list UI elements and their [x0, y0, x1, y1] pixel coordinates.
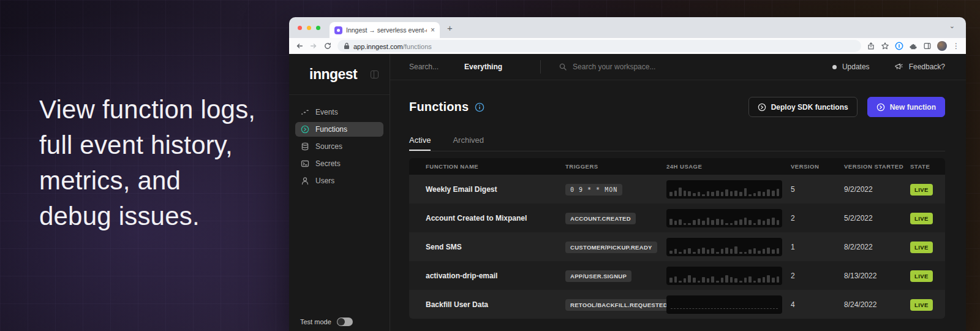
topbar-actions: Updates Feedback? — [832, 63, 945, 71]
workspace-search-input[interactable] — [573, 63, 732, 71]
tab-active[interactable]: Active — [409, 135, 431, 151]
usage-sparkline — [666, 267, 782, 285]
table-row[interactable]: Backfill User Data RETOOL/BACKFILL.REQUE… — [409, 290, 945, 319]
sidebar-item-events[interactable]: Events — [295, 105, 383, 120]
new-tab-button[interactable]: + — [447, 23, 453, 33]
sidebar-item-label: Events — [315, 108, 338, 116]
browser-tab[interactable]: Inngest → serverless event-dri × — [330, 22, 440, 38]
marketing-banner: View function logs, full event history, … — [0, 0, 980, 331]
hero-line: View function logs, — [39, 92, 255, 127]
reload-icon[interactable] — [323, 42, 332, 50]
sidebar-nav: Events Functions Sources — [289, 95, 390, 188]
browser-window: Inngest → serverless event-dri × + ⌄ app… — [289, 17, 966, 331]
version-value: 2 — [791, 272, 844, 280]
sidebar-item-sources[interactable]: Sources — [295, 139, 383, 154]
minimize-window-button[interactable] — [307, 26, 311, 30]
sidebar-item-functions[interactable]: Functions — [295, 122, 383, 137]
table-row[interactable]: Account Created to Mixpanel ACCOUNT.CREA… — [409, 204, 945, 232]
test-mode-label: Test mode — [300, 318, 331, 325]
share-icon[interactable] — [867, 42, 875, 50]
inngest-logo: inngest — [309, 66, 357, 83]
state-badge: LIVE — [910, 213, 933, 224]
page-header: Functions Deploy SDK functions New funct… — [409, 97, 945, 117]
inngest-favicon-icon — [334, 26, 342, 34]
forward-icon[interactable] — [309, 42, 318, 50]
state-badge: LIVE — [910, 299, 933, 311]
col-function-name: FUNCTION NAME — [409, 163, 565, 170]
trigger-badge: APP/USER.SIGNUP — [565, 270, 631, 282]
topbar-divider — [540, 60, 541, 74]
megaphone-icon — [894, 63, 903, 71]
url-path: /functions — [403, 43, 432, 50]
tab-archived[interactable]: Archived — [453, 135, 484, 151]
maximize-window-button[interactable] — [316, 26, 320, 30]
hero-line: metrics, and — [39, 163, 255, 199]
function-name: Account Created to Mixpanel — [409, 214, 565, 223]
usage-sparkline — [666, 209, 782, 227]
back-icon[interactable] — [295, 42, 304, 50]
search-shortcut[interactable]: Search... — [409, 63, 439, 71]
test-mode-toggle[interactable] — [337, 318, 353, 326]
url-domain: app.inngest.com — [353, 43, 403, 50]
tab-close-icon[interactable]: × — [431, 26, 435, 34]
table-header-row: FUNCTION NAME TRIGGERS 24H USAGE VERSION… — [409, 158, 945, 175]
hero-line: debug issues. — [39, 199, 255, 234]
functions-icon — [301, 125, 309, 134]
tab-search-chevron-icon[interactable]: ⌄ — [949, 22, 955, 30]
browser-tab-strip: Inngest → serverless event-dri × + ⌄ — [289, 17, 966, 38]
browser-menu-icon[interactable]: ⋮ — [952, 42, 960, 50]
updates-link[interactable]: Updates — [842, 63, 870, 71]
table-row[interactable]: Weekly Email Digest 0 9 * * MON 5 9/2/20… — [409, 175, 945, 204]
table-row[interactable]: activation-drip-email APP/USER.SIGNUP 2 … — [409, 261, 945, 290]
col-triggers: TRIGGERS — [565, 163, 666, 170]
page-title: Functions — [409, 100, 469, 114]
table-row[interactable]: Send SMS CUSTOMER/PICKUP.READY 1 8/2/202… — [409, 232, 945, 261]
version-started-value: 5/2/2022 — [844, 214, 910, 223]
function-tabs: Active Archived — [409, 135, 945, 151]
state-badge: LIVE — [910, 242, 933, 253]
col-24h-usage: 24H USAGE — [666, 163, 791, 170]
trigger-badge: RETOOL/BACKFILL.REQUESTED — [565, 299, 673, 311]
deploy-sdk-functions-button[interactable]: Deploy SDK functions — [748, 97, 858, 117]
hero-text: View function logs, full event history, … — [39, 92, 255, 234]
side-panel-icon[interactable] — [923, 42, 932, 50]
search-scope-everything[interactable]: Everything — [464, 63, 502, 71]
state-badge: LIVE — [910, 270, 933, 282]
functions-table: FUNCTION NAME TRIGGERS 24H USAGE VERSION… — [409, 158, 945, 319]
extensions-puzzle-icon[interactable] — [909, 42, 918, 50]
version-value: 4 — [791, 300, 844, 309]
inngest-app: inngest Events Functions — [289, 54, 966, 331]
state-badge: LIVE — [910, 184, 933, 196]
browser-toolbar: app.inngest.com/functions ⋮ — [289, 38, 966, 54]
sidebar-item-label: Secrets — [315, 159, 341, 168]
bookmark-star-icon[interactable] — [881, 42, 889, 50]
updates-dot-icon — [832, 65, 837, 69]
sidebar-item-secrets[interactable]: Secrets — [295, 156, 383, 171]
feedback-link[interactable]: Feedback? — [909, 63, 945, 71]
onepassword-extension-icon[interactable] — [895, 42, 903, 50]
tab-title: Inngest → serverless event-dri — [346, 26, 427, 34]
sidebar-item-label: Functions — [315, 125, 347, 134]
workspace-search[interactable] — [559, 63, 824, 71]
new-function-icon — [876, 103, 885, 112]
sidebar-header: inngest — [289, 54, 390, 95]
hero-line: full event history, — [39, 127, 255, 163]
traffic-lights — [298, 26, 320, 30]
version-value: 1 — [791, 243, 844, 251]
col-version: VERSION — [791, 163, 844, 170]
sidebar-item-users[interactable]: Users — [295, 173, 383, 188]
url-bar[interactable]: app.inngest.com/functions — [337, 40, 861, 52]
deploy-icon — [758, 103, 766, 112]
sidebar-collapse-icon[interactable] — [371, 70, 379, 78]
new-function-button[interactable]: New function — [867, 97, 945, 117]
usage-sparkline — [666, 238, 782, 256]
close-window-button[interactable] — [298, 26, 302, 30]
search-icon — [559, 63, 567, 70]
usage-sparkline — [666, 295, 782, 314]
col-version-started: VERSION STARTED — [844, 163, 910, 170]
info-icon[interactable] — [475, 102, 484, 112]
secrets-icon — [301, 159, 309, 168]
profile-avatar[interactable] — [937, 41, 947, 51]
new-function-button-label: New function — [890, 103, 936, 112]
function-name: Backfill User Data — [409, 300, 565, 309]
